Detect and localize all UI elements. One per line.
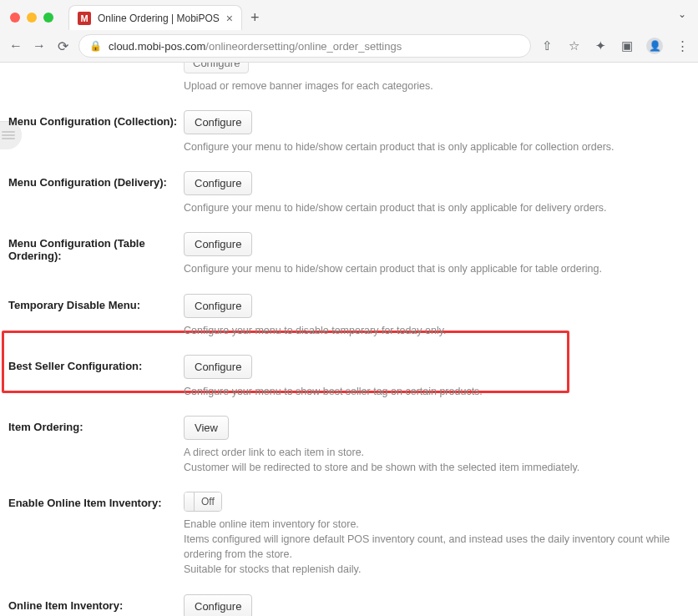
best-seller-config-button[interactable]: Configure — [184, 355, 252, 379]
tab-list-chevron-icon[interactable]: ⌄ — [678, 8, 686, 20]
setting-row-category-banner: ConfigureUpload or remove banner images … — [8, 63, 690, 98]
setting-description: Configure your menu to disable temporary… — [184, 323, 690, 338]
tab-close-button[interactable]: × — [226, 13, 233, 24]
tab-title: Online Ordering | MobiPOS — [98, 13, 220, 24]
toolbar: ← → ⟳ 🔒 cloud.mobi-pos.com/onlineorderse… — [0, 30, 698, 62]
toolbar-right-icons: ⇧ ☆ ✦ ▣ 👤 ⋮ — [539, 38, 690, 54]
setting-row-temp-disable-menu: Temporary Disable Menu:ConfigureConfigur… — [8, 282, 690, 343]
menu-config-collection-button[interactable]: Configure — [184, 110, 252, 134]
temp-disable-menu-button[interactable]: Configure — [184, 294, 252, 318]
setting-body: ConfigureConfigure your menu to disable … — [184, 294, 690, 338]
category-banner-button[interactable]: Configure — [184, 63, 249, 73]
extensions-puzzle-icon[interactable]: ✦ — [593, 38, 608, 53]
page-content: ConfigureUpload or remove banner images … — [0, 63, 698, 616]
lock-icon: 🔒 — [89, 40, 102, 52]
back-button[interactable]: ← — [8, 38, 23, 53]
setting-row-best-seller-config: Best Seller Configuration:ConfigureConfi… — [8, 343, 690, 404]
bookmark-star-icon[interactable]: ☆ — [566, 38, 581, 53]
setting-description: Enable online item inventory for store.I… — [184, 517, 690, 578]
setting-row-menu-config-delivery: Menu Configuration (Delivery):ConfigureC… — [8, 159, 690, 220]
setting-label: Online Item Inventory: — [8, 594, 184, 612]
favicon: M — [78, 12, 91, 25]
setting-body: ConfigureConfigure item inventory count … — [184, 594, 690, 617]
settings-list: ConfigureUpload or remove banner images … — [0, 63, 698, 616]
setting-label: Menu Configuration (Delivery): — [8, 171, 184, 189]
setting-row-online-inventory: Online Item Inventory:ConfigureConfigure… — [8, 583, 690, 617]
window-minimize-button[interactable] — [27, 13, 37, 23]
setting-body: OffEnable online item inventory for stor… — [184, 492, 690, 578]
share-icon[interactable]: ⇧ — [539, 38, 554, 53]
setting-label: Item Ordering: — [8, 416, 184, 433]
window-close-button[interactable] — [10, 13, 20, 23]
setting-body: ViewA direct order link to each item in … — [184, 416, 690, 475]
enable-online-inventory-toggle[interactable]: Off — [184, 492, 222, 512]
forward-button[interactable]: → — [32, 38, 47, 53]
setting-label: Temporary Disable Menu: — [8, 294, 184, 311]
setting-row-menu-config-collection: Menu Configuration (Collection):Configur… — [8, 98, 690, 159]
setting-row-item-ordering: Item Ordering:ViewA direct order link to… — [8, 404, 690, 480]
setting-label: Best Seller Configuration: — [8, 355, 184, 372]
traffic-lights — [10, 13, 53, 23]
reload-button[interactable]: ⟳ — [55, 38, 70, 54]
setting-label: Enable Online Item Inventory: — [8, 492, 184, 509]
setting-body: ConfigureUpload or remove banner images … — [184, 63, 690, 93]
url-text: cloud.mobi-pos.com/onlineordersetting/on… — [109, 40, 402, 53]
browser-tab[interactable]: M Online Ordering | MobiPOS × — [68, 5, 242, 30]
setting-body: ConfigureConfigure your menu to show bes… — [184, 355, 690, 399]
setting-body: ConfigureConfigure your menu to hide/sho… — [184, 110, 690, 154]
setting-label: Menu Configuration (Table Ordering): — [8, 232, 184, 262]
setting-description: Configure your menu to hide/show certain… — [184, 261, 690, 276]
menu-config-table-button[interactable]: Configure — [184, 232, 252, 256]
setting-label: Menu Configuration (Collection): — [8, 110, 184, 128]
window-tabs-row: M Online Ordering | MobiPOS × + ⌄ — [0, 0, 698, 30]
sidepanel-icon[interactable]: ▣ — [620, 38, 635, 53]
online-inventory-button[interactable]: Configure — [184, 594, 252, 617]
setting-description: A direct order link to each item in stor… — [184, 445, 690, 475]
new-tab-button[interactable]: + — [250, 9, 260, 27]
window-zoom-button[interactable] — [43, 13, 53, 23]
browser-chrome: M Online Ordering | MobiPOS × + ⌄ ← → ⟳ … — [0, 0, 698, 63]
menu-config-delivery-button[interactable]: Configure — [184, 171, 252, 195]
setting-body: ConfigureConfigure your menu to hide/sho… — [184, 171, 690, 215]
browser-menu-icon[interactable]: ⋮ — [675, 38, 690, 53]
setting-description: Configure your menu to hide/show certain… — [184, 200, 690, 215]
profile-avatar-icon[interactable]: 👤 — [646, 38, 663, 54]
item-ordering-button[interactable]: View — [184, 416, 229, 440]
address-bar[interactable]: 🔒 cloud.mobi-pos.com/onlineordersetting/… — [78, 34, 531, 58]
setting-description: Configure your menu to show best seller … — [184, 384, 690, 399]
setting-row-enable-online-inventory: Enable Online Item Inventory:OffEnable o… — [8, 480, 690, 583]
setting-row-menu-config-table: Menu Configuration (Table Ordering):Conf… — [8, 220, 690, 281]
setting-description: Upload or remove banner images for each … — [184, 78, 690, 93]
setting-body: ConfigureConfigure your menu to hide/sho… — [184, 232, 690, 276]
setting-description: Configure your menu to hide/show certain… — [184, 139, 690, 154]
